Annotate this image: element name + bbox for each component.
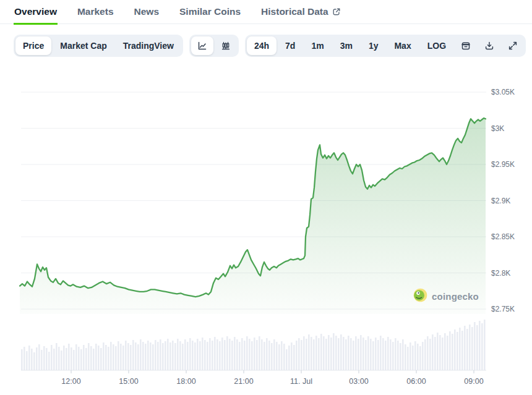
x-axis-label: 06:00 [406,377,426,386]
volume-bar [147,341,149,370]
volume-bar [333,333,335,370]
volume-bar [452,334,453,370]
tab-markets[interactable]: Markets [77,0,114,25]
volume-bar [318,338,320,370]
volume-bar [392,342,394,370]
download-icon [484,41,494,51]
volume-bar [259,336,260,370]
volume-bar [365,340,367,370]
calendar-button[interactable] [455,36,477,55]
volume-bar [264,342,265,370]
volume-bar [98,346,100,370]
volume-bar [457,332,458,370]
volume-bar [43,346,45,370]
volume-bar [56,343,58,370]
volume-bar [167,339,169,370]
volume-bar [256,340,258,370]
volume-bar [281,341,283,370]
x-axis-label: 15:00 [119,377,138,386]
volume-bar [122,346,124,370]
volume-bar [301,340,302,370]
volume-bar [375,338,377,370]
download-button[interactable] [478,36,500,55]
volume-bar [315,336,317,370]
volume-bar [184,339,186,370]
volume-bar [80,349,82,370]
volume-bar [395,338,397,370]
volume-bar [429,339,431,370]
volume-bar [229,339,231,370]
volume-bar [407,347,409,370]
metric-button-price[interactable]: Price [15,36,51,55]
price-chart[interactable]: $3.05K$3K$2.95K$2.9K$2.85K$2.8K$2.75K12:… [0,62,532,395]
volume-bar [58,347,60,370]
tab-label: Overview [14,6,57,17]
volume-bar [449,331,451,370]
range-button-1y[interactable]: 1y [361,36,386,55]
volume-bar [71,347,72,370]
volume-bar [387,337,389,370]
range-button-3m[interactable]: 3m [333,36,360,55]
candlestick-button[interactable] [215,36,237,55]
range-button-7d[interactable]: 7d [278,36,302,55]
metric-button-market-cap[interactable]: Market Cap [53,36,114,55]
price-chart-canvas[interactable]: $3.05K$3K$2.95K$2.9K$2.85K$2.8K$2.75K12:… [0,62,532,395]
volume-bar [194,342,196,370]
volume-bar [442,338,444,370]
volume-bar [162,343,164,370]
volume-bar [422,342,424,370]
chart-toolbar: PriceMarket CapTradingView 24h7d1m3m1yMa… [14,35,526,57]
volume-bar [432,334,434,370]
volume-bar [199,341,201,370]
tab-news[interactable]: News [134,0,160,25]
volume-bar [412,346,414,370]
y-axis-label: $2.85K [491,232,515,241]
volume-bar [372,341,374,370]
volume-bar [397,341,399,370]
fullscreen-button[interactable] [502,36,524,55]
volume-bar [474,322,476,370]
volume-bar [125,341,127,370]
volume-bar [226,336,228,370]
volume-bar [471,327,473,370]
volume-bar [51,345,53,370]
volume-bar [461,331,463,370]
volume-bar [283,344,285,370]
volume-bar [479,321,481,370]
y-axis-label: $2.75K [491,305,515,313]
volume-bar [130,345,132,370]
volume-bar [231,341,233,370]
tab-overview[interactable]: Overview [14,0,58,25]
volume-bar [439,335,441,370]
fullscreen-icon [508,41,518,51]
tab-similar-coins[interactable]: Similar Coins [179,0,241,25]
metric-button-tradingview[interactable]: TradingView [116,36,181,55]
y-axis-label: $3K [491,124,504,133]
tab-label: Similar Coins [179,6,241,17]
range-button-log[interactable]: LOG [420,36,453,55]
range-button-1m[interactable]: 1m [304,36,331,55]
volume-bar [33,352,35,370]
chart-type-toggle-group [189,35,239,57]
volume-bar [293,345,295,370]
volume-bar [298,338,300,370]
volume-bar [402,339,404,370]
volume-bar [273,339,275,370]
volume-bar [254,338,255,370]
volume-bar [155,340,157,370]
volume-bar [268,341,270,370]
volume-bar [464,326,466,370]
range-button-max[interactable]: Max [387,36,418,55]
volume-bar [157,342,159,370]
volume-bar [417,344,419,370]
tab-historical-data[interactable]: Historical Data [260,0,341,25]
volume-bar [145,344,147,370]
metric-toggle-group: PriceMarket CapTradingView [14,35,183,57]
volume-bar [169,342,171,370]
range-button-24h[interactable]: 24h [247,36,277,55]
volume-bar [179,341,181,370]
volume-bar [251,341,253,370]
x-axis-label: 12:00 [61,377,80,386]
volume-bar [132,340,134,370]
line-chart-button[interactable] [191,36,213,55]
